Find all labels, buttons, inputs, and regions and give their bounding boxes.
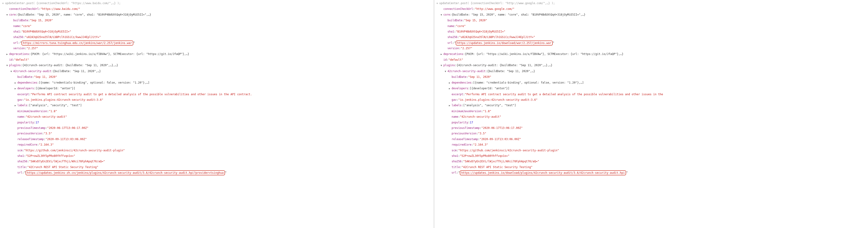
tree-row[interactable]: ▼core: {buildDate: "Sep 15, 2020", name:… xyxy=(1,12,434,18)
tree-row[interactable]: version: "2.257" xyxy=(436,46,868,51)
highlight-core-url: https://updates.jenkins.io/download/war/… xyxy=(456,40,553,46)
highlight-plugin-url: https://updates.jenkins.io/download/plug… xyxy=(460,170,626,175)
tree-row[interactable]: gav: "io.jenkins.plugins:42crunch-securi… xyxy=(436,97,868,103)
tree-row[interactable]: excerpt: "Performs API contract security… xyxy=(436,91,868,97)
tree-row[interactable]: gav: "io.jenkins.plugins:42crunch-securi… xyxy=(1,97,434,103)
tree-row[interactable]: sha1: "52P+owZL30Y5pPRo80Yhffvqo1o=" xyxy=(1,153,434,159)
tree-row[interactable]: ▼updateCenter.post( {connectionCheckUrl:… xyxy=(436,0,868,6)
tree-row[interactable]: previousTimestamp: "2020-06-17T13:06:17.… xyxy=(436,125,868,131)
chevron-right-icon[interactable]: ▶ xyxy=(5,52,9,57)
tree-row[interactable]: ▼plugins: {42crunch-security-audit: {bui… xyxy=(436,62,868,68)
tree-row[interactable]: buildDate: "Sep 15, 2020" xyxy=(436,18,868,23)
tree-row[interactable]: ▶labels: ["analysis", "security", "test"… xyxy=(1,103,434,108)
chevron-down-icon[interactable]: ▼ xyxy=(440,63,443,68)
tree-row[interactable]: title: "42Crunch REST API Static Securit… xyxy=(436,164,868,170)
chevron-right-icon[interactable]: ▶ xyxy=(14,103,17,108)
tree-row[interactable]: ▶dependencies: [{name: "credentials-bind… xyxy=(436,80,868,86)
tree-row[interactable]: buildDate: "Sep 11, 2020" xyxy=(1,74,434,80)
tree-row[interactable]: ▶deprecations: {PUCM: {url: "https://wik… xyxy=(1,51,434,57)
right-pane[interactable]: ▼updateCenter.post( {connectionCheckUrl:… xyxy=(434,0,868,228)
chevron-down-icon[interactable]: ▼ xyxy=(1,1,5,6)
tree-row[interactable]: releaseTimestamp: "2020-09-11T13:03:06.0… xyxy=(436,137,868,142)
tree-row[interactable]: connectionCheckUrl: "http://www.google.c… xyxy=(436,6,868,12)
tree-row[interactable]: releaseTimestamp: "2020-09-11T13:03:06.0… xyxy=(1,137,434,142)
chevron-down-icon[interactable]: ▼ xyxy=(5,63,9,68)
tree-row[interactable]: id: "default" xyxy=(1,57,434,62)
diff-container: ▼updateCenter.post( {connectionCheckUrl:… xyxy=(0,0,868,228)
chevron-right-icon[interactable]: ▶ xyxy=(14,86,17,91)
tree-row[interactable]: url: "https://mirrors.tuna.tsinghua.edu.… xyxy=(1,40,434,46)
chevron-down-icon[interactable]: ▼ xyxy=(440,12,443,18)
chevron-down-icon[interactable]: ▼ xyxy=(436,1,439,6)
tree-row[interactable]: requiredCore: "2.164.3" xyxy=(436,142,868,147)
tree-row[interactable]: scm: "https://github.com/jenkinsci/42cru… xyxy=(436,148,868,153)
tree-row[interactable]: name: "core" xyxy=(1,23,434,29)
tree-row[interactable]: buildDate: "Sep 11, 2020" xyxy=(436,74,868,80)
tree-row[interactable]: sha256: "u82A3qU2Sna35lN/LbBPclh1GSiCz/k… xyxy=(1,34,434,40)
tree-row[interactable]: ▼42crunch-security-audit: {buildDate: "S… xyxy=(1,68,434,74)
chevron-right-icon[interactable]: ▶ xyxy=(448,103,451,108)
chevron-down-icon[interactable]: ▼ xyxy=(5,12,9,18)
tree-row[interactable]: previousVersion: "3.5" xyxy=(1,131,434,136)
chevron-right-icon[interactable]: ▶ xyxy=(440,52,443,57)
tree-row[interactable]: ▶developers: [{developerId: "anton"}] xyxy=(436,86,868,91)
chevron-right-icon[interactable]: ▶ xyxy=(448,86,451,91)
tree-row[interactable]: previousVersion: "3.5" xyxy=(436,131,868,136)
tree-row[interactable]: sha256: "u82A3qU2Sna35lN/LbBPclh1GSiCz/k… xyxy=(436,34,868,40)
tree-row[interactable]: minimumJavaVersion: "1.8" xyxy=(436,109,868,114)
chevron-right-icon[interactable]: ▶ xyxy=(14,80,17,86)
chevron-down-icon[interactable]: ▼ xyxy=(10,69,13,74)
tree-row[interactable]: popularity: 17 xyxy=(436,120,868,125)
tree-row[interactable]: ▶labels: ["analysis", "security", "test"… xyxy=(436,103,868,108)
tree-row[interactable]: url: "https://updates.jenkins.io/downloa… xyxy=(436,40,868,46)
tree-row[interactable]: ▶deprecations: {PUCM: {url: "https://wik… xyxy=(436,51,868,57)
tree-row[interactable]: id: "default" xyxy=(436,57,868,62)
tree-row[interactable]: url: "https://updates.jenkins.io/downloa… xyxy=(436,170,868,175)
tree-row[interactable]: url: "https://updates.jenkins-zh.cn/jenk… xyxy=(1,170,434,175)
tree-row[interactable]: name: "42crunch-security-audit" xyxy=(436,114,868,119)
tree-row[interactable]: ▼updateCenter.post( {connectionCheckUrl:… xyxy=(1,0,434,6)
tree-row[interactable]: excerpt: "Performs API contract security… xyxy=(1,91,434,97)
left-pane[interactable]: ▼updateCenter.post( {connectionCheckUrl:… xyxy=(0,0,434,228)
tree-row[interactable]: ▶developers: [{developerId: "anton"}] xyxy=(1,86,434,91)
tree-row[interactable]: ▶dependencies: [{name: "credentials-bind… xyxy=(1,80,434,86)
tree-row[interactable]: previousTimestamp: "2020-06-17T13:06:17.… xyxy=(1,125,434,131)
tree-row[interactable]: sha256: "5AKvD7yEn2EVi/lWjxcfThji/WXci78… xyxy=(1,159,434,164)
tree-row[interactable]: ▼core: {buildDate: "Sep 15, 2020", name:… xyxy=(436,12,868,18)
tree-row[interactable]: scm: "https://github.com/jenkinsci/42cru… xyxy=(1,148,434,153)
tree-row[interactable]: minimumJavaVersion: "1.8" xyxy=(1,109,434,114)
tree-row[interactable]: sha1: "52P+owZL30Y5pPRo80Yhffvqo1o=" xyxy=(436,153,868,159)
tree-row[interactable]: sha256: "5AKvD7yEn2EVi/lWjxcfThji/WXci78… xyxy=(436,159,868,164)
tree-row[interactable]: requiredCore: "2.164.3" xyxy=(1,142,434,147)
tree-row[interactable]: sha1: "B10VP4BdUXtQq4+318jOyMiE5II=" xyxy=(436,29,868,34)
tree-row[interactable]: popularity: 17 xyxy=(1,120,434,125)
chevron-right-icon[interactable]: ▶ xyxy=(448,80,451,86)
tree-row[interactable]: ▼plugins: {42crunch-security-audit: {bui… xyxy=(1,62,434,68)
highlight-core-url: https://mirrors.tuna.tsinghua.edu.cn/jen… xyxy=(22,40,133,46)
highlight-plugin-url: https://updates.jenkins-zh.cn/jenkins/pl… xyxy=(26,170,225,175)
chevron-down-icon[interactable]: ▼ xyxy=(444,69,447,74)
tree-row[interactable]: ▼42crunch-security-audit: {buildDate: "S… xyxy=(436,68,868,74)
tree-row[interactable]: title: "42Crunch REST API Static Securit… xyxy=(1,164,434,170)
tree-row[interactable]: name: "core" xyxy=(436,23,868,29)
tree-row[interactable]: connectionCheckUrl: "https://www.baidu.c… xyxy=(1,6,434,12)
tree-row[interactable]: name: "42crunch-security-audit" xyxy=(1,114,434,119)
tree-row[interactable]: sha1: "B10VP4BdUXtQq4+318jOyMiE5II=" xyxy=(1,29,434,34)
tree-row[interactable]: buildDate: "Sep 15, 2020" xyxy=(1,18,434,23)
tree-row[interactable]: version: "2.257" xyxy=(1,46,434,51)
